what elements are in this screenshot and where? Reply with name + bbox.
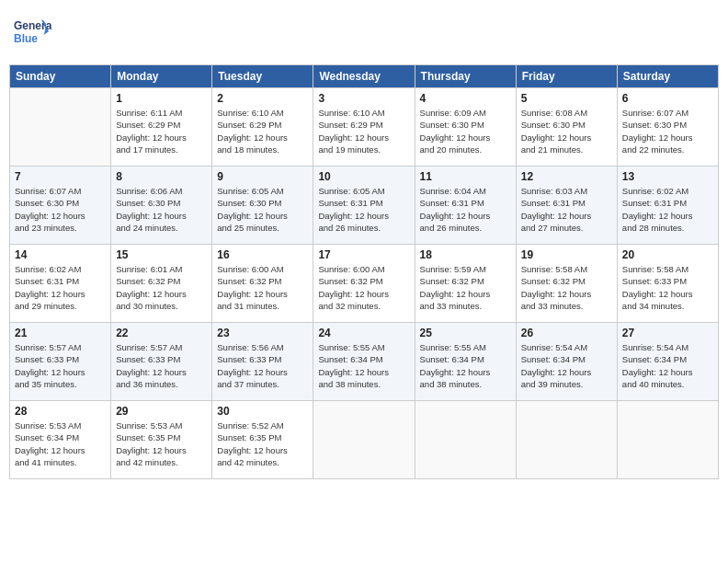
day-info: Sunrise: 5:53 AM Sunset: 6:34 PM Dayligh…: [15, 419, 106, 468]
day-info: Sunrise: 6:05 AM Sunset: 6:30 PM Dayligh…: [217, 185, 308, 234]
day-info: Sunrise: 5:54 AM Sunset: 6:34 PM Dayligh…: [521, 341, 612, 390]
calendar-day-cell: 5Sunrise: 6:08 AM Sunset: 6:30 PM Daylig…: [516, 88, 617, 167]
day-info: Sunrise: 6:02 AM Sunset: 6:31 PM Dayligh…: [15, 263, 106, 312]
day-number: 20: [622, 248, 713, 261]
weekday-header-cell: Sunday: [10, 65, 111, 88]
svg-text:Blue: Blue: [14, 32, 38, 45]
day-number: 1: [116, 92, 207, 105]
calendar-day-cell: 4Sunrise: 6:09 AM Sunset: 6:30 PM Daylig…: [415, 88, 516, 167]
day-number: 15: [116, 248, 207, 261]
day-info: Sunrise: 5:53 AM Sunset: 6:35 PM Dayligh…: [116, 419, 207, 468]
day-info: Sunrise: 6:03 AM Sunset: 6:31 PM Dayligh…: [521, 185, 612, 234]
calendar-day-cell: 7Sunrise: 6:07 AM Sunset: 6:30 PM Daylig…: [10, 167, 111, 245]
day-number: 3: [318, 92, 409, 105]
calendar-day-cell: 15Sunrise: 6:01 AM Sunset: 6:32 PM Dayli…: [111, 245, 212, 323]
calendar-day-cell: [313, 401, 415, 479]
weekday-header-cell: Tuesday: [212, 65, 313, 88]
logo: General Blue: [13, 15, 51, 53]
weekday-header-cell: Monday: [111, 65, 212, 88]
day-number: 27: [622, 327, 713, 339]
calendar-table: SundayMondayTuesdayWednesdayThursdayFrid…: [9, 64, 719, 479]
day-info: Sunrise: 6:11 AM Sunset: 6:29 PM Dayligh…: [116, 107, 207, 155]
page-header: General Blue: [9, 9, 719, 57]
calendar-week-row: 7Sunrise: 6:07 AM Sunset: 6:30 PM Daylig…: [10, 167, 719, 245]
calendar-day-cell: 16Sunrise: 6:00 AM Sunset: 6:32 PM Dayli…: [212, 245, 313, 323]
day-number: 8: [116, 170, 207, 183]
calendar-day-cell: 27Sunrise: 5:54 AM Sunset: 6:34 PM Dayli…: [617, 323, 718, 401]
calendar-day-cell: 3Sunrise: 6:10 AM Sunset: 6:29 PM Daylig…: [313, 88, 415, 167]
day-number: 29: [116, 405, 207, 418]
day-info: Sunrise: 6:04 AM Sunset: 6:31 PM Dayligh…: [420, 185, 511, 234]
calendar-day-cell: [617, 401, 718, 479]
day-info: Sunrise: 5:58 AM Sunset: 6:33 PM Dayligh…: [622, 263, 713, 312]
calendar-day-cell: [415, 401, 516, 479]
day-number: 14: [15, 248, 106, 261]
day-info: Sunrise: 6:08 AM Sunset: 6:30 PM Dayligh…: [521, 107, 612, 155]
day-number: 2: [217, 92, 308, 105]
day-number: 5: [521, 92, 612, 105]
day-number: 25: [420, 327, 511, 339]
day-number: 21: [15, 327, 106, 339]
day-info: Sunrise: 5:55 AM Sunset: 6:34 PM Dayligh…: [420, 341, 511, 390]
day-info: Sunrise: 5:59 AM Sunset: 6:32 PM Dayligh…: [420, 263, 511, 312]
day-number: 30: [217, 405, 308, 418]
day-number: 26: [521, 327, 612, 339]
calendar-week-row: 28Sunrise: 5:53 AM Sunset: 6:34 PM Dayli…: [10, 401, 719, 479]
day-number: 16: [217, 248, 308, 261]
day-number: 6: [622, 92, 713, 105]
calendar-day-cell: 26Sunrise: 5:54 AM Sunset: 6:34 PM Dayli…: [516, 323, 617, 401]
day-info: Sunrise: 6:00 AM Sunset: 6:32 PM Dayligh…: [217, 263, 308, 312]
day-number: 22: [116, 327, 207, 339]
day-info: Sunrise: 5:58 AM Sunset: 6:32 PM Dayligh…: [521, 263, 612, 312]
calendar-day-cell: 12Sunrise: 6:03 AM Sunset: 6:31 PM Dayli…: [516, 167, 617, 245]
day-number: 24: [318, 327, 409, 339]
day-number: 9: [217, 170, 308, 183]
calendar-day-cell: 9Sunrise: 6:05 AM Sunset: 6:30 PM Daylig…: [212, 167, 313, 245]
weekday-header-row: SundayMondayTuesdayWednesdayThursdayFrid…: [10, 65, 719, 88]
day-number: 19: [521, 248, 612, 261]
day-info: Sunrise: 6:09 AM Sunset: 6:30 PM Dayligh…: [420, 107, 511, 155]
calendar-day-cell: 2Sunrise: 6:10 AM Sunset: 6:29 PM Daylig…: [212, 88, 313, 167]
calendar-day-cell: 1Sunrise: 6:11 AM Sunset: 6:29 PM Daylig…: [111, 88, 212, 167]
weekday-header-cell: Wednesday: [313, 65, 415, 88]
day-number: 7: [15, 170, 106, 183]
day-number: 11: [420, 170, 511, 183]
calendar-day-cell: 28Sunrise: 5:53 AM Sunset: 6:34 PM Dayli…: [10, 401, 111, 479]
weekday-header-cell: Thursday: [415, 65, 516, 88]
calendar-day-cell: 11Sunrise: 6:04 AM Sunset: 6:31 PM Dayli…: [415, 167, 516, 245]
day-info: Sunrise: 6:06 AM Sunset: 6:30 PM Dayligh…: [116, 185, 207, 234]
day-number: 12: [521, 170, 612, 183]
day-info: Sunrise: 6:10 AM Sunset: 6:29 PM Dayligh…: [217, 107, 308, 155]
calendar-day-cell: 24Sunrise: 5:55 AM Sunset: 6:34 PM Dayli…: [313, 323, 415, 401]
calendar-day-cell: [10, 88, 111, 167]
calendar-day-cell: 25Sunrise: 5:55 AM Sunset: 6:34 PM Dayli…: [415, 323, 516, 401]
calendar-day-cell: 21Sunrise: 5:57 AM Sunset: 6:33 PM Dayli…: [10, 323, 111, 401]
logo-icon: General Blue: [13, 15, 51, 53]
day-number: 18: [420, 248, 511, 261]
calendar-day-cell: 18Sunrise: 5:59 AM Sunset: 6:32 PM Dayli…: [415, 245, 516, 323]
day-info: Sunrise: 6:10 AM Sunset: 6:29 PM Dayligh…: [318, 107, 409, 155]
day-info: Sunrise: 6:07 AM Sunset: 6:30 PM Dayligh…: [15, 185, 106, 234]
day-info: Sunrise: 5:55 AM Sunset: 6:34 PM Dayligh…: [318, 341, 409, 390]
day-info: Sunrise: 5:57 AM Sunset: 6:33 PM Dayligh…: [116, 341, 207, 390]
day-info: Sunrise: 5:56 AM Sunset: 6:33 PM Dayligh…: [217, 341, 308, 390]
day-info: Sunrise: 6:02 AM Sunset: 6:31 PM Dayligh…: [622, 185, 713, 234]
calendar-body: 1Sunrise: 6:11 AM Sunset: 6:29 PM Daylig…: [10, 88, 719, 479]
calendar-week-row: 21Sunrise: 5:57 AM Sunset: 6:33 PM Dayli…: [10, 323, 719, 401]
day-number: 28: [15, 405, 106, 418]
calendar-day-cell: 30Sunrise: 5:52 AM Sunset: 6:35 PM Dayli…: [212, 401, 313, 479]
calendar-day-cell: 23Sunrise: 5:56 AM Sunset: 6:33 PM Dayli…: [212, 323, 313, 401]
calendar-day-cell: 17Sunrise: 6:00 AM Sunset: 6:32 PM Dayli…: [313, 245, 415, 323]
day-info: Sunrise: 5:52 AM Sunset: 6:35 PM Dayligh…: [217, 419, 308, 468]
weekday-header-cell: Friday: [516, 65, 617, 88]
calendar-day-cell: 8Sunrise: 6:06 AM Sunset: 6:30 PM Daylig…: [111, 167, 212, 245]
calendar-day-cell: 22Sunrise: 5:57 AM Sunset: 6:33 PM Dayli…: [111, 323, 212, 401]
day-info: Sunrise: 5:57 AM Sunset: 6:33 PM Dayligh…: [15, 341, 106, 390]
calendar-day-cell: 14Sunrise: 6:02 AM Sunset: 6:31 PM Dayli…: [10, 245, 111, 323]
calendar-day-cell: 29Sunrise: 5:53 AM Sunset: 6:35 PM Dayli…: [111, 401, 212, 479]
weekday-header-cell: Saturday: [617, 65, 718, 88]
calendar-week-row: 1Sunrise: 6:11 AM Sunset: 6:29 PM Daylig…: [10, 88, 719, 167]
calendar-day-cell: 20Sunrise: 5:58 AM Sunset: 6:33 PM Dayli…: [617, 245, 718, 323]
calendar-week-row: 14Sunrise: 6:02 AM Sunset: 6:31 PM Dayli…: [10, 245, 719, 323]
day-number: 17: [318, 248, 409, 261]
